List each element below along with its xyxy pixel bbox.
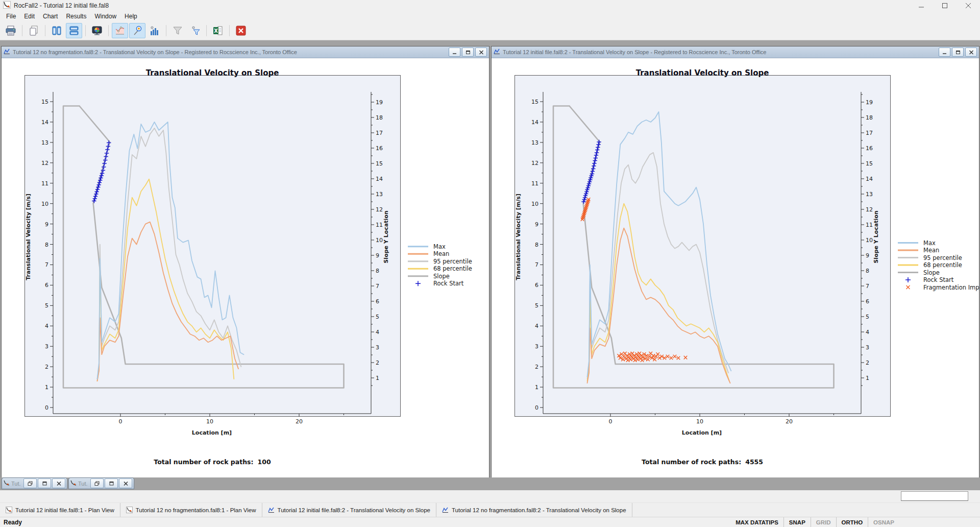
app-close-button[interactable] — [957, 0, 980, 11]
svg-text:14: 14 — [531, 119, 538, 126]
rock-paths-value: 4555 — [745, 458, 763, 466]
child-restore-button[interactable] — [952, 47, 964, 57]
tab-label: Tutorial 12 initial file.fal8:2 - Transl… — [278, 507, 430, 513]
rocfall-doc-icon — [126, 507, 133, 513]
display-options-button[interactable] — [89, 23, 105, 38]
histogram-settings-button[interactable] — [146, 23, 163, 38]
menu-window[interactable]: Window — [90, 12, 120, 21]
tab-label: Tutorial 12 no fragmentation.fal8:1 - Pl… — [136, 507, 256, 513]
child-close-button[interactable] — [475, 47, 487, 57]
svg-text:Translational Velocity [m/s]: Translational Velocity [m/s] — [515, 194, 522, 280]
print-button[interactable] — [3, 23, 19, 38]
svg-text:10: 10 — [206, 418, 213, 425]
svg-text:5: 5 — [376, 314, 379, 320]
min-restore-button[interactable] — [90, 478, 104, 488]
rocfall-doc-icon — [4, 479, 10, 488]
svg-text:8: 8 — [376, 268, 379, 274]
minimized-window-title: Tut... — [11, 481, 21, 487]
rock-paths-value: 100 — [258, 458, 271, 466]
svg-text:4: 4 — [376, 329, 379, 336]
tile-horizontal-button[interactable] — [66, 23, 82, 38]
status-message: Ready — [0, 519, 22, 526]
svg-text:15: 15 — [531, 99, 538, 105]
tile-vertical-button[interactable] — [48, 23, 65, 38]
svg-text:5: 5 — [535, 302, 538, 309]
svg-text:Mean: Mean — [433, 250, 449, 257]
copy-button[interactable] — [26, 23, 42, 38]
mdi-workspace: Tutorial 12 no fragmentation.fal8:2 - Tr… — [0, 40, 980, 490]
svg-text:Location [m]: Location [m] — [682, 429, 722, 436]
svg-text:7: 7 — [866, 283, 869, 290]
app-maximize-button[interactable] — [933, 0, 957, 11]
svg-text:12: 12 — [866, 206, 873, 213]
menu-bar: File Edit Chart Results Window Help — [0, 11, 980, 21]
svg-text:11: 11 — [531, 180, 538, 187]
svg-text:13: 13 — [376, 191, 383, 198]
svg-text:Location [m]: Location [m] — [192, 429, 232, 436]
toggle-snap[interactable]: SNAP — [783, 517, 811, 527]
menu-results[interactable]: Results — [62, 12, 90, 21]
chart-footer: Total number of rock paths:100 — [24, 458, 400, 466]
chart-title: Translational Velocity on Slope — [24, 68, 400, 78]
svg-text:10: 10 — [41, 201, 48, 207]
svg-text:1: 1 — [45, 384, 48, 391]
search-input[interactable] — [901, 491, 968, 501]
toolbar-separator — [229, 25, 230, 36]
toggle-osnap[interactable]: OSNAP — [868, 517, 899, 527]
child-restore-button[interactable] — [462, 47, 474, 57]
min-maximize-button[interactable] — [38, 478, 51, 488]
svg-text:1: 1 — [866, 375, 869, 381]
chart-button[interactable] — [112, 23, 128, 38]
tab-nofrag-plan-view[interactable]: Tutorial 12 no fragmentation.fal8:1 - Pl… — [120, 503, 262, 517]
svg-text:17: 17 — [866, 130, 873, 136]
menu-file[interactable]: File — [2, 12, 20, 21]
toggle-ortho[interactable]: ORTHO — [836, 517, 868, 527]
tab-initial-plan-view[interactable]: Tutorial 12 initial file.fal8:1 - Plan V… — [0, 503, 120, 517]
svg-text:12: 12 — [41, 160, 48, 166]
svg-text:0: 0 — [45, 404, 48, 411]
min-restore-button[interactable] — [23, 478, 37, 488]
svg-text:Rock Start: Rock Start — [923, 276, 954, 283]
chart-canvas: 0123456789101112131415123456789101112131… — [492, 58, 979, 477]
close-all-button[interactable] — [233, 23, 249, 38]
svg-text:2: 2 — [376, 360, 379, 366]
min-close-button[interactable] — [52, 478, 65, 488]
tab-initial-velocity-chart[interactable]: Tutorial 12 initial file.fal8:2 - Transl… — [262, 503, 436, 517]
child-window-titlebar[interactable]: Tutorial 12 initial file.fal8:2 - Transl… — [492, 46, 979, 58]
filter-settings-button[interactable] — [187, 23, 203, 38]
min-maximize-button[interactable] — [105, 478, 118, 488]
svg-text:11: 11 — [376, 222, 383, 228]
svg-text:68 percentile: 68 percentile — [433, 265, 472, 272]
menu-chart[interactable]: Chart — [39, 12, 62, 21]
toggle-grid[interactable]: GRID — [811, 517, 836, 527]
svg-text:95 percentile: 95 percentile — [433, 258, 472, 265]
svg-text:11: 11 — [41, 180, 48, 187]
child-minimize-button[interactable] — [939, 47, 950, 57]
minimized-window-2[interactable]: Tut... — [68, 477, 134, 489]
svg-text:13: 13 — [866, 191, 873, 198]
svg-text:10: 10 — [376, 237, 383, 244]
child-window-title: Tutorial 12 no fragmentation.fal8:2 - Tr… — [13, 49, 447, 55]
excel-export-button[interactable]: X — [210, 23, 226, 38]
status-bar: Ready MAX DATATIPS SNAP GRID ORTHO OSNAP — [0, 517, 980, 527]
zoom-chart-button[interactable] — [129, 23, 145, 38]
min-close-button[interactable] — [119, 478, 132, 488]
svg-text:4: 4 — [866, 329, 869, 336]
svg-text:16: 16 — [376, 145, 383, 152]
child-minimize-button[interactable] — [449, 47, 460, 57]
svg-text:68 percentile: 68 percentile — [923, 261, 962, 269]
svg-text:6: 6 — [866, 298, 869, 305]
child-close-button[interactable] — [965, 47, 977, 57]
chart-window-icon — [4, 47, 10, 57]
toolbar: X — [0, 21, 980, 40]
svg-text:7: 7 — [45, 261, 48, 268]
app-minimize-button[interactable] — [910, 0, 933, 11]
child-window-titlebar[interactable]: Tutorial 12 no fragmentation.fal8:2 - Tr… — [2, 46, 489, 58]
svg-text:9: 9 — [866, 252, 869, 259]
filter-button[interactable] — [169, 23, 186, 38]
toggle-max-datatips[interactable]: MAX DATATIPS — [730, 517, 783, 527]
tab-nofrag-velocity-chart[interactable]: Tutorial 12 no fragmentation.fal8:2 - Tr… — [436, 503, 632, 517]
menu-edit[interactable]: Edit — [20, 12, 39, 21]
menu-help[interactable]: Help — [120, 12, 141, 21]
minimized-window-1[interactable]: Tut... — [2, 477, 67, 489]
